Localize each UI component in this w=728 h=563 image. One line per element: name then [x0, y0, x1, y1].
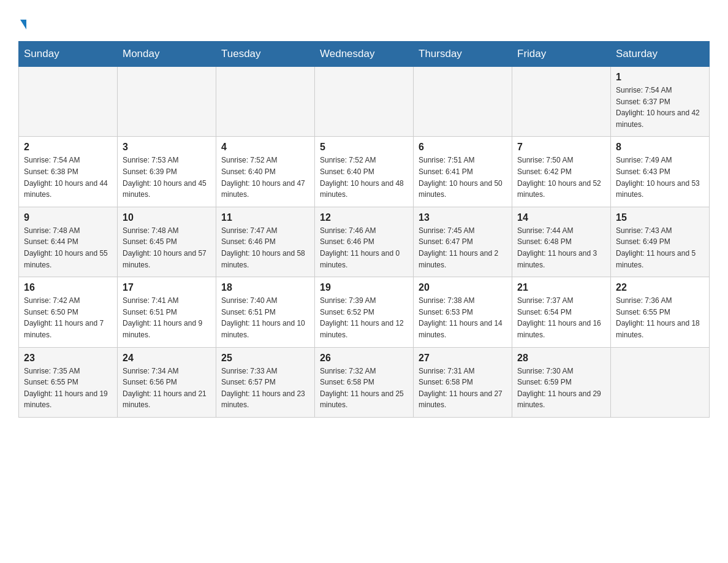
calendar-header-row: SundayMondayTuesdayWednesdayThursdayFrid… [19, 42, 710, 67]
day-number: 18 [221, 282, 309, 293]
day-info: Sunrise: 7:32 AMSunset: 6:58 PMDaylight:… [320, 366, 408, 411]
calendar-cell: 19Sunrise: 7:39 AMSunset: 6:52 PMDayligh… [315, 277, 414, 347]
day-info: Sunrise: 7:31 AMSunset: 6:58 PMDaylight:… [419, 366, 507, 411]
calendar-week-row: 1Sunrise: 7:54 AMSunset: 6:37 PMDaylight… [19, 67, 710, 137]
calendar-cell: 27Sunrise: 7:31 AMSunset: 6:58 PMDayligh… [414, 347, 512, 417]
header-tuesday: Tuesday [216, 42, 315, 67]
calendar-cell: 14Sunrise: 7:44 AMSunset: 6:48 PMDayligh… [512, 207, 611, 277]
calendar-cell: 3Sunrise: 7:53 AMSunset: 6:39 PMDaylight… [118, 137, 216, 207]
calendar-cell [216, 67, 315, 137]
header-sunday: Sunday [19, 42, 118, 67]
calendar-table: SundayMondayTuesdayWednesdayThursdayFrid… [18, 41, 710, 418]
logo [18, 15, 26, 35]
day-info: Sunrise: 7:30 AMSunset: 6:59 PMDaylight:… [517, 366, 605, 411]
calendar-cell: 4Sunrise: 7:52 AMSunset: 6:40 PMDaylight… [216, 137, 315, 207]
calendar-cell: 18Sunrise: 7:40 AMSunset: 6:51 PMDayligh… [216, 277, 315, 347]
calendar-cell [315, 67, 414, 137]
day-number: 25 [221, 353, 309, 364]
day-number: 26 [320, 353, 408, 364]
day-info: Sunrise: 7:51 AMSunset: 6:41 PMDaylight:… [419, 155, 507, 200]
day-number: 3 [123, 142, 211, 153]
day-info: Sunrise: 7:38 AMSunset: 6:53 PMDaylight:… [419, 295, 507, 340]
day-info: Sunrise: 7:40 AMSunset: 6:51 PMDaylight:… [221, 295, 309, 340]
day-number: 8 [616, 142, 704, 153]
calendar-cell [414, 67, 512, 137]
header-wednesday: Wednesday [315, 42, 414, 67]
calendar-cell: 25Sunrise: 7:33 AMSunset: 6:57 PMDayligh… [216, 347, 315, 417]
day-number: 6 [419, 142, 507, 153]
page-header [18, 12, 710, 35]
day-info: Sunrise: 7:50 AMSunset: 6:42 PMDaylight:… [517, 155, 605, 200]
calendar-cell [512, 67, 611, 137]
day-number: 14 [517, 212, 605, 223]
day-number: 2 [24, 142, 112, 153]
day-number: 19 [320, 282, 408, 293]
calendar-cell: 21Sunrise: 7:37 AMSunset: 6:54 PMDayligh… [512, 277, 611, 347]
day-info: Sunrise: 7:53 AMSunset: 6:39 PMDaylight:… [123, 155, 211, 200]
header-friday: Friday [512, 42, 611, 67]
day-info: Sunrise: 7:45 AMSunset: 6:47 PMDaylight:… [419, 225, 507, 270]
day-number: 11 [221, 212, 309, 223]
day-number: 7 [517, 142, 605, 153]
day-info: Sunrise: 7:52 AMSunset: 6:40 PMDaylight:… [320, 155, 408, 200]
day-info: Sunrise: 7:39 AMSunset: 6:52 PMDaylight:… [320, 295, 408, 340]
calendar-cell: 9Sunrise: 7:48 AMSunset: 6:44 PMDaylight… [19, 207, 118, 277]
calendar-cell: 15Sunrise: 7:43 AMSunset: 6:49 PMDayligh… [611, 207, 710, 277]
calendar-cell: 26Sunrise: 7:32 AMSunset: 6:58 PMDayligh… [315, 347, 414, 417]
calendar-cell: 16Sunrise: 7:42 AMSunset: 6:50 PMDayligh… [19, 277, 118, 347]
logo-general-line [18, 15, 26, 35]
header-thursday: Thursday [414, 42, 512, 67]
day-number: 4 [221, 142, 309, 153]
calendar-cell: 13Sunrise: 7:45 AMSunset: 6:47 PMDayligh… [414, 207, 512, 277]
day-info: Sunrise: 7:54 AMSunset: 6:37 PMDaylight:… [616, 85, 704, 130]
day-number: 17 [123, 282, 211, 293]
logo-arrow-icon [20, 20, 26, 29]
day-info: Sunrise: 7:42 AMSunset: 6:50 PMDaylight:… [24, 295, 112, 340]
calendar-week-row: 23Sunrise: 7:35 AMSunset: 6:55 PMDayligh… [19, 347, 710, 417]
calendar-cell [118, 67, 216, 137]
calendar-cell: 10Sunrise: 7:48 AMSunset: 6:45 PMDayligh… [118, 207, 216, 277]
day-number: 12 [320, 212, 408, 223]
day-info: Sunrise: 7:49 AMSunset: 6:43 PMDaylight:… [616, 155, 704, 200]
day-number: 16 [24, 282, 112, 293]
day-info: Sunrise: 7:33 AMSunset: 6:57 PMDaylight:… [221, 366, 309, 411]
header-saturday: Saturday [611, 42, 710, 67]
day-info: Sunrise: 7:34 AMSunset: 6:56 PMDaylight:… [123, 366, 211, 411]
day-number: 22 [616, 282, 704, 293]
day-info: Sunrise: 7:48 AMSunset: 6:45 PMDaylight:… [123, 225, 211, 270]
calendar-week-row: 2Sunrise: 7:54 AMSunset: 6:38 PMDaylight… [19, 137, 710, 207]
calendar-cell: 6Sunrise: 7:51 AMSunset: 6:41 PMDaylight… [414, 137, 512, 207]
day-info: Sunrise: 7:43 AMSunset: 6:49 PMDaylight:… [616, 225, 704, 270]
calendar-cell: 23Sunrise: 7:35 AMSunset: 6:55 PMDayligh… [19, 347, 118, 417]
day-number: 24 [123, 353, 211, 364]
day-info: Sunrise: 7:54 AMSunset: 6:38 PMDaylight:… [24, 155, 112, 200]
calendar-cell: 8Sunrise: 7:49 AMSunset: 6:43 PMDaylight… [611, 137, 710, 207]
calendar-cell: 12Sunrise: 7:46 AMSunset: 6:46 PMDayligh… [315, 207, 414, 277]
day-number: 5 [320, 142, 408, 153]
calendar-week-row: 16Sunrise: 7:42 AMSunset: 6:50 PMDayligh… [19, 277, 710, 347]
calendar-cell: 2Sunrise: 7:54 AMSunset: 6:38 PMDaylight… [19, 137, 118, 207]
day-info: Sunrise: 7:44 AMSunset: 6:48 PMDaylight:… [517, 225, 605, 270]
calendar-cell: 20Sunrise: 7:38 AMSunset: 6:53 PMDayligh… [414, 277, 512, 347]
day-number: 21 [517, 282, 605, 293]
calendar-cell [611, 347, 710, 417]
calendar-cell: 24Sunrise: 7:34 AMSunset: 6:56 PMDayligh… [118, 347, 216, 417]
day-number: 15 [616, 212, 704, 223]
calendar-cell [19, 67, 118, 137]
day-number: 20 [419, 282, 507, 293]
calendar-cell: 17Sunrise: 7:41 AMSunset: 6:51 PMDayligh… [118, 277, 216, 347]
header-monday: Monday [118, 42, 216, 67]
day-info: Sunrise: 7:47 AMSunset: 6:46 PMDaylight:… [221, 225, 309, 270]
day-number: 10 [123, 212, 211, 223]
calendar-cell: 22Sunrise: 7:36 AMSunset: 6:55 PMDayligh… [611, 277, 710, 347]
day-info: Sunrise: 7:52 AMSunset: 6:40 PMDaylight:… [221, 155, 309, 200]
calendar-week-row: 9Sunrise: 7:48 AMSunset: 6:44 PMDaylight… [19, 207, 710, 277]
day-info: Sunrise: 7:37 AMSunset: 6:54 PMDaylight:… [517, 295, 605, 340]
day-info: Sunrise: 7:46 AMSunset: 6:46 PMDaylight:… [320, 225, 408, 270]
calendar-cell: 28Sunrise: 7:30 AMSunset: 6:59 PMDayligh… [512, 347, 611, 417]
calendar-cell: 5Sunrise: 7:52 AMSunset: 6:40 PMDaylight… [315, 137, 414, 207]
day-number: 27 [419, 353, 507, 364]
calendar-cell: 1Sunrise: 7:54 AMSunset: 6:37 PMDaylight… [611, 67, 710, 137]
day-info: Sunrise: 7:48 AMSunset: 6:44 PMDaylight:… [24, 225, 112, 270]
day-number: 28 [517, 353, 605, 364]
